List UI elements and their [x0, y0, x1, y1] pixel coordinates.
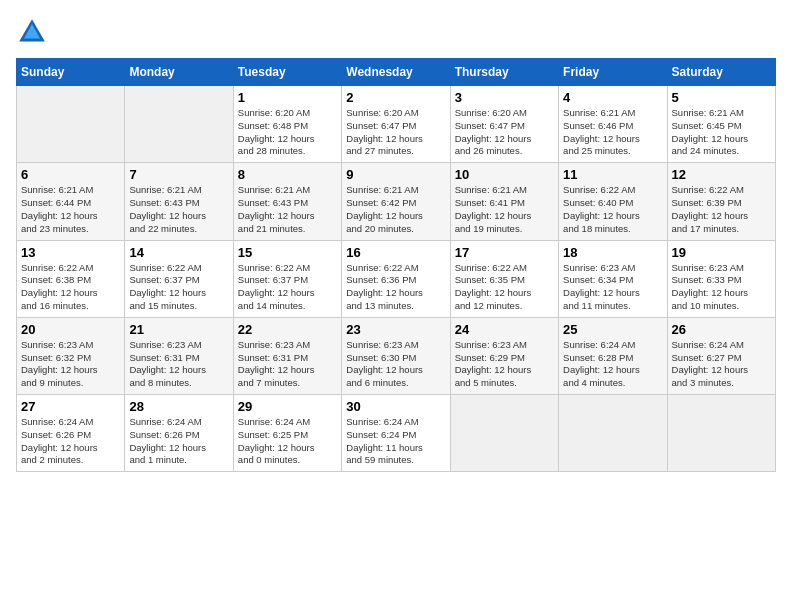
cell-content: Sunrise: 6:21 AM Sunset: 6:43 PM Dayligh…: [238, 184, 337, 235]
calendar-cell: 21Sunrise: 6:23 AM Sunset: 6:31 PM Dayli…: [125, 317, 233, 394]
cell-content: Sunrise: 6:21 AM Sunset: 6:42 PM Dayligh…: [346, 184, 445, 235]
header: [16, 16, 776, 48]
day-number: 15: [238, 245, 337, 260]
calendar-cell: 19Sunrise: 6:23 AM Sunset: 6:33 PM Dayli…: [667, 240, 775, 317]
cell-content: Sunrise: 6:23 AM Sunset: 6:32 PM Dayligh…: [21, 339, 120, 390]
calendar-cell: 4Sunrise: 6:21 AM Sunset: 6:46 PM Daylig…: [559, 86, 667, 163]
calendar-cell: 15Sunrise: 6:22 AM Sunset: 6:37 PM Dayli…: [233, 240, 341, 317]
calendar-cell: [17, 86, 125, 163]
day-number: 22: [238, 322, 337, 337]
day-number: 28: [129, 399, 228, 414]
cell-content: Sunrise: 6:23 AM Sunset: 6:31 PM Dayligh…: [238, 339, 337, 390]
day-number: 23: [346, 322, 445, 337]
day-number: 10: [455, 167, 554, 182]
calendar-cell: 10Sunrise: 6:21 AM Sunset: 6:41 PM Dayli…: [450, 163, 558, 240]
day-number: 29: [238, 399, 337, 414]
calendar-cell: 12Sunrise: 6:22 AM Sunset: 6:39 PM Dayli…: [667, 163, 775, 240]
calendar-cell: 14Sunrise: 6:22 AM Sunset: 6:37 PM Dayli…: [125, 240, 233, 317]
day-number: 12: [672, 167, 771, 182]
cell-content: Sunrise: 6:23 AM Sunset: 6:33 PM Dayligh…: [672, 262, 771, 313]
calendar-cell: 29Sunrise: 6:24 AM Sunset: 6:25 PM Dayli…: [233, 395, 341, 472]
calendar-table: Sunday Monday Tuesday Wednesday Thursday…: [16, 58, 776, 472]
calendar-cell: 25Sunrise: 6:24 AM Sunset: 6:28 PM Dayli…: [559, 317, 667, 394]
calendar-cell: [667, 395, 775, 472]
calendar-cell: 7Sunrise: 6:21 AM Sunset: 6:43 PM Daylig…: [125, 163, 233, 240]
cell-content: Sunrise: 6:22 AM Sunset: 6:40 PM Dayligh…: [563, 184, 662, 235]
cell-content: Sunrise: 6:23 AM Sunset: 6:34 PM Dayligh…: [563, 262, 662, 313]
calendar-cell: 5Sunrise: 6:21 AM Sunset: 6:45 PM Daylig…: [667, 86, 775, 163]
cell-content: Sunrise: 6:22 AM Sunset: 6:37 PM Dayligh…: [129, 262, 228, 313]
cell-content: Sunrise: 6:22 AM Sunset: 6:38 PM Dayligh…: [21, 262, 120, 313]
day-number: 25: [563, 322, 662, 337]
logo-icon: [16, 16, 48, 48]
calendar-cell: [559, 395, 667, 472]
day-number: 27: [21, 399, 120, 414]
day-number: 7: [129, 167, 228, 182]
day-number: 1: [238, 90, 337, 105]
calendar-cell: 16Sunrise: 6:22 AM Sunset: 6:36 PM Dayli…: [342, 240, 450, 317]
calendar-week-5: 27Sunrise: 6:24 AM Sunset: 6:26 PM Dayli…: [17, 395, 776, 472]
day-number: 20: [21, 322, 120, 337]
header-row: Sunday Monday Tuesday Wednesday Thursday…: [17, 59, 776, 86]
calendar-week-2: 6Sunrise: 6:21 AM Sunset: 6:44 PM Daylig…: [17, 163, 776, 240]
calendar-cell: 13Sunrise: 6:22 AM Sunset: 6:38 PM Dayli…: [17, 240, 125, 317]
cell-content: Sunrise: 6:24 AM Sunset: 6:28 PM Dayligh…: [563, 339, 662, 390]
calendar-cell: 8Sunrise: 6:21 AM Sunset: 6:43 PM Daylig…: [233, 163, 341, 240]
calendar-cell: 1Sunrise: 6:20 AM Sunset: 6:48 PM Daylig…: [233, 86, 341, 163]
day-number: 11: [563, 167, 662, 182]
calendar-cell: 2Sunrise: 6:20 AM Sunset: 6:47 PM Daylig…: [342, 86, 450, 163]
day-number: 26: [672, 322, 771, 337]
cell-content: Sunrise: 6:24 AM Sunset: 6:26 PM Dayligh…: [129, 416, 228, 467]
cell-content: Sunrise: 6:24 AM Sunset: 6:27 PM Dayligh…: [672, 339, 771, 390]
col-tuesday: Tuesday: [233, 59, 341, 86]
cell-content: Sunrise: 6:21 AM Sunset: 6:43 PM Dayligh…: [129, 184, 228, 235]
cell-content: Sunrise: 6:24 AM Sunset: 6:25 PM Dayligh…: [238, 416, 337, 467]
day-number: 8: [238, 167, 337, 182]
cell-content: Sunrise: 6:20 AM Sunset: 6:47 PM Dayligh…: [455, 107, 554, 158]
calendar-week-1: 1Sunrise: 6:20 AM Sunset: 6:48 PM Daylig…: [17, 86, 776, 163]
calendar-cell: 17Sunrise: 6:22 AM Sunset: 6:35 PM Dayli…: [450, 240, 558, 317]
cell-content: Sunrise: 6:24 AM Sunset: 6:24 PM Dayligh…: [346, 416, 445, 467]
day-number: 14: [129, 245, 228, 260]
col-sunday: Sunday: [17, 59, 125, 86]
page: Sunday Monday Tuesday Wednesday Thursday…: [0, 0, 792, 612]
cell-content: Sunrise: 6:22 AM Sunset: 6:35 PM Dayligh…: [455, 262, 554, 313]
day-number: 2: [346, 90, 445, 105]
day-number: 18: [563, 245, 662, 260]
cell-content: Sunrise: 6:22 AM Sunset: 6:39 PM Dayligh…: [672, 184, 771, 235]
calendar-week-3: 13Sunrise: 6:22 AM Sunset: 6:38 PM Dayli…: [17, 240, 776, 317]
day-number: 13: [21, 245, 120, 260]
calendar-cell: 27Sunrise: 6:24 AM Sunset: 6:26 PM Dayli…: [17, 395, 125, 472]
cell-content: Sunrise: 6:24 AM Sunset: 6:26 PM Dayligh…: [21, 416, 120, 467]
cell-content: Sunrise: 6:22 AM Sunset: 6:37 PM Dayligh…: [238, 262, 337, 313]
day-number: 21: [129, 322, 228, 337]
col-wednesday: Wednesday: [342, 59, 450, 86]
cell-content: Sunrise: 6:20 AM Sunset: 6:47 PM Dayligh…: [346, 107, 445, 158]
calendar-cell: [125, 86, 233, 163]
day-number: 16: [346, 245, 445, 260]
col-saturday: Saturday: [667, 59, 775, 86]
calendar-cell: 26Sunrise: 6:24 AM Sunset: 6:27 PM Dayli…: [667, 317, 775, 394]
day-number: 30: [346, 399, 445, 414]
calendar-cell: [450, 395, 558, 472]
calendar-cell: 6Sunrise: 6:21 AM Sunset: 6:44 PM Daylig…: [17, 163, 125, 240]
day-number: 19: [672, 245, 771, 260]
day-number: 4: [563, 90, 662, 105]
col-thursday: Thursday: [450, 59, 558, 86]
cell-content: Sunrise: 6:23 AM Sunset: 6:30 PM Dayligh…: [346, 339, 445, 390]
calendar-cell: 3Sunrise: 6:20 AM Sunset: 6:47 PM Daylig…: [450, 86, 558, 163]
calendar-cell: 24Sunrise: 6:23 AM Sunset: 6:29 PM Dayli…: [450, 317, 558, 394]
day-number: 6: [21, 167, 120, 182]
cell-content: Sunrise: 6:22 AM Sunset: 6:36 PM Dayligh…: [346, 262, 445, 313]
day-number: 24: [455, 322, 554, 337]
cell-content: Sunrise: 6:23 AM Sunset: 6:31 PM Dayligh…: [129, 339, 228, 390]
col-monday: Monday: [125, 59, 233, 86]
cell-content: Sunrise: 6:21 AM Sunset: 6:41 PM Dayligh…: [455, 184, 554, 235]
day-number: 9: [346, 167, 445, 182]
logo: [16, 16, 52, 48]
cell-content: Sunrise: 6:20 AM Sunset: 6:48 PM Dayligh…: [238, 107, 337, 158]
col-friday: Friday: [559, 59, 667, 86]
day-number: 3: [455, 90, 554, 105]
calendar-cell: 11Sunrise: 6:22 AM Sunset: 6:40 PM Dayli…: [559, 163, 667, 240]
calendar-cell: 9Sunrise: 6:21 AM Sunset: 6:42 PM Daylig…: [342, 163, 450, 240]
